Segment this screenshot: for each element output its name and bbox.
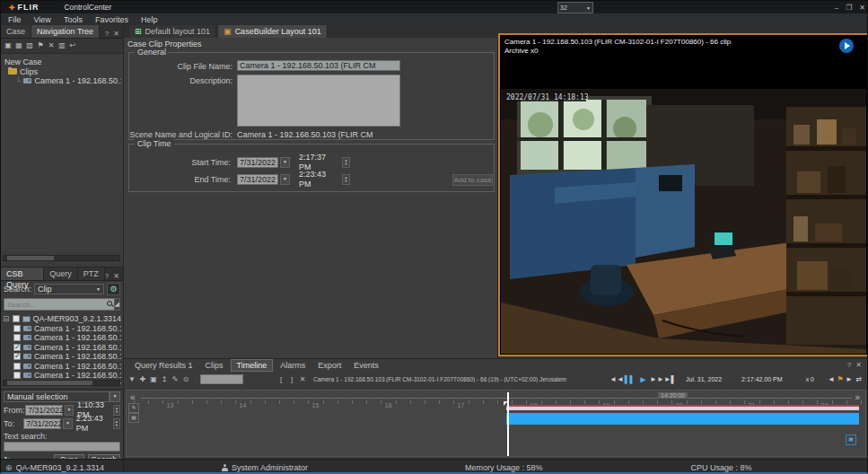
previous-alarm-button[interactable]: ◄ <box>827 375 836 383</box>
tab-default-layout[interactable]: ⊞ Default layout 101 <box>129 25 216 38</box>
open-case-icon[interactable]: ▧ <box>24 40 35 51</box>
camera-checkbox[interactable] <box>13 363 21 370</box>
end-date-dropdown[interactable] <box>280 174 290 185</box>
maximize-button[interactable]: ❐ <box>846 4 852 12</box>
search-input[interactable] <box>4 298 118 311</box>
timeline-toolbar-icon[interactable]: ✎ <box>170 374 180 385</box>
start-time-spinner[interactable]: ▲▼ <box>342 157 350 168</box>
from-date-dropdown[interactable] <box>65 405 74 416</box>
search-type-select[interactable]: Clip ▼ <box>34 284 104 294</box>
text-search-input[interactable] <box>4 442 120 452</box>
timeline-toolbar-icon[interactable]: ▼ <box>127 374 137 385</box>
from-time-spinner[interactable]: ▲▼ <box>113 405 120 416</box>
bottom-tab[interactable]: Events <box>348 360 384 371</box>
tree-item-new-case[interactable]: New Case <box>3 57 121 67</box>
minimize-button[interactable]: – <box>835 4 838 12</box>
search-settings-button[interactable]: ⚙ <box>107 283 120 295</box>
root-checkbox[interactable] <box>13 315 20 322</box>
end-date-field[interactable]: 7/31/2022 <box>237 174 278 185</box>
timeline-strip[interactable]: « » 13141516171819202122 14:20:00 ✎ ▤ ▣ <box>126 390 866 457</box>
alarm-flag-icon[interactable]: ⚑ <box>836 375 845 383</box>
device-tree-camera-row[interactable]: Camera 1 - 192.168.50.102 <box>3 343 121 353</box>
video-panel[interactable]: Camera 1 - 192.168.50.103 (FLIR CM-3102-… <box>498 33 868 356</box>
save-case-icon[interactable]: ▦ <box>13 40 24 51</box>
tab-query[interactable]: Query <box>44 268 78 280</box>
video-row-icon[interactable]: ▤ <box>128 413 139 423</box>
tree-item-clips[interactable]: Clips <box>3 67 121 77</box>
tab-navigation-tree[interactable]: Navigation Tree <box>31 25 100 38</box>
add-to-case-button[interactable]: Add to case <box>452 174 493 186</box>
to-time-field[interactable]: 2:23:43 PM <box>75 414 111 434</box>
panel-close-button[interactable]: ✕ <box>855 361 862 369</box>
collapse-icon[interactable]: ⊟ <box>3 314 10 324</box>
camera-checkbox[interactable] <box>13 372 21 379</box>
to-date-dropdown[interactable] <box>63 418 72 429</box>
close-button[interactable]: ✕ <box>859 4 865 12</box>
tab-case[interactable]: Case <box>1 25 31 38</box>
clear-marks-icon[interactable]: ✕ <box>297 374 308 385</box>
advanced-search-button[interactable]: ◢ <box>114 298 120 311</box>
pause-button[interactable]: ▌▌ <box>623 375 636 383</box>
start-date-field[interactable]: 7/31/2022 <box>237 157 278 168</box>
tree-item-camera[interactable]: └ Camera 1 - 192.168.50.103 (FLIR CM <box>3 76 121 86</box>
step-forward-button[interactable]: ►▌ <box>663 375 677 383</box>
rewind-button[interactable]: ◄◄ <box>609 375 623 383</box>
tab-csb-query[interactable]: CSB Query <box>1 268 44 280</box>
camera-checkbox[interactable] <box>13 325 21 332</box>
start-date-dropdown[interactable] <box>280 157 290 168</box>
device-tree-camera-row[interactable]: Camera 1 - 192.168.50.103 <box>3 352 121 362</box>
menu-item[interactable]: Favorites <box>95 15 128 24</box>
panel-close-button[interactable]: ✕ <box>113 272 119 280</box>
menu-item[interactable]: File <box>8 15 22 24</box>
panel-help-button[interactable]: ? <box>105 272 109 280</box>
to-date-field[interactable]: 7/31/2022 <box>23 418 61 429</box>
end-time-field[interactable]: 2:23:43 PM <box>297 170 340 189</box>
play-overlay-button[interactable] <box>839 39 854 53</box>
play-button[interactable]: ► <box>636 374 650 384</box>
layout-selector[interactable]: 32 ▼ <box>557 2 593 13</box>
menu-item[interactable]: View <box>34 15 51 24</box>
next-alarm-button[interactable]: ► <box>845 375 854 383</box>
camera-checkbox[interactable] <box>13 353 21 360</box>
from-date-field[interactable]: 7/31/2022 <box>25 405 63 416</box>
bottom-tab[interactable]: Clips <box>200 360 229 371</box>
timeline-toolbar-icon[interactable]: ⊙ <box>180 374 191 385</box>
tab-ptz[interactable]: PTZ <box>78 268 105 280</box>
camera-checkbox[interactable] <box>13 344 21 351</box>
bottom-tab[interactable]: Query Results 1 <box>129 360 198 371</box>
end-time-spinner[interactable]: ▲▼ <box>342 174 350 185</box>
nav-horizontal-scrollbar[interactable] <box>3 255 120 261</box>
description-textarea[interactable] <box>237 75 400 127</box>
mark-out-icon[interactable]: ] <box>286 374 297 385</box>
bookmark-row-icon[interactable]: ✎ <box>128 403 139 413</box>
tab-casebuilder-layout[interactable]: ▣ CaseBuilder Layout 101 <box>218 25 328 38</box>
bottom-tab[interactable]: Export <box>312 360 346 371</box>
archive-track-bar[interactable] <box>506 405 859 410</box>
timeline-toolbar-icon[interactable]: ▣ <box>148 374 159 385</box>
video-track-bar[interactable] <box>506 413 859 425</box>
undo-icon[interactable]: ↩ <box>67 40 78 51</box>
panel-help-button[interactable]: ? <box>847 361 851 369</box>
new-case-icon[interactable]: ▣ <box>3 40 13 51</box>
mark-in-icon[interactable]: [ <box>276 374 286 385</box>
device-tree-camera-row[interactable]: Camera 1 - 192.168.50.100 <box>3 324 121 334</box>
timeline-toolbar-icon[interactable]: ↥ <box>159 374 170 385</box>
timeline-toolbar-icon[interactable]: ✚ <box>137 374 148 385</box>
timeline-option-icon[interactable]: ▣ <box>846 434 856 445</box>
device-tree-camera-row[interactable]: Camera 1 - 192.168.50.106 <box>3 371 121 381</box>
clip-file-name-field[interactable]: Camera 1 - 192.168.50.103 (FLIR CM <box>237 60 400 71</box>
pin-icon[interactable]: ⚑ <box>35 40 46 51</box>
fast-forward-button[interactable]: ►► <box>650 375 663 383</box>
device-tree-camera-row[interactable]: Camera 1 - 192.168.50.105 <box>3 362 121 372</box>
menu-item[interactable]: Tools <box>64 15 83 24</box>
bottom-tab[interactable]: Alarms <box>275 360 311 371</box>
panel-help-button[interactable]: ? <box>105 30 109 38</box>
to-time-spinner[interactable]: ▲▼ <box>113 418 120 429</box>
camera-checkbox[interactable] <box>13 334 21 341</box>
query-horizontal-scrollbar[interactable] <box>3 380 120 386</box>
fit-timeline-button[interactable]: ⇄ <box>854 375 864 383</box>
bottom-tab[interactable]: Timeline <box>231 359 274 372</box>
panel-close-button[interactable]: ✕ <box>113 30 119 38</box>
delete-icon[interactable]: ✕ <box>46 40 57 51</box>
device-tree-root[interactable]: ⊟ QA-MER903_9.2.1.3314 (1) (QA <box>3 314 121 324</box>
